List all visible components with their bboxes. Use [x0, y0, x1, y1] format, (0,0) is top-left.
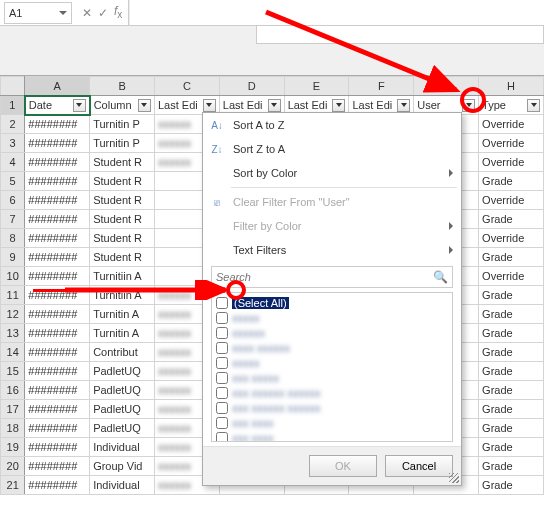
- column-header[interactable]: D: [219, 77, 284, 96]
- data-cell[interactable]: Grade: [479, 343, 544, 362]
- row-header[interactable]: 4: [1, 153, 25, 172]
- filter-dropdown-button[interactable]: [73, 99, 86, 112]
- filter-dropdown-button[interactable]: [203, 99, 216, 112]
- data-cell[interactable]: PadletUQ: [90, 362, 155, 381]
- filter-dropdown-button[interactable]: [397, 99, 410, 112]
- filter-value-item[interactable]: xxx xxxxxx xxxxxx: [214, 400, 450, 415]
- row-header[interactable]: 13: [1, 324, 25, 343]
- data-cell[interactable]: ########: [25, 191, 90, 210]
- data-cell[interactable]: Grade: [479, 381, 544, 400]
- data-cell[interactable]: Grade: [479, 362, 544, 381]
- filter-value-checkbox[interactable]: [216, 327, 228, 339]
- data-cell[interactable]: Student R: [90, 191, 155, 210]
- row-header[interactable]: 17: [1, 400, 25, 419]
- row-header[interactable]: 7: [1, 210, 25, 229]
- data-cell[interactable]: Individual: [90, 476, 155, 495]
- row-header[interactable]: 9: [1, 248, 25, 267]
- data-cell[interactable]: Grade: [479, 210, 544, 229]
- data-cell[interactable]: Grade: [479, 324, 544, 343]
- filter-value-item[interactable]: xxx xxxx: [214, 430, 450, 442]
- row-header[interactable]: 8: [1, 229, 25, 248]
- data-cell[interactable]: Grade: [479, 305, 544, 324]
- data-cell[interactable]: Student R: [90, 172, 155, 191]
- select-all-checkbox[interactable]: [216, 297, 228, 309]
- select-all-item[interactable]: (Select All): [214, 295, 450, 310]
- filter-value-item[interactable]: xxx xxxx: [214, 415, 450, 430]
- data-cell[interactable]: Grade: [479, 172, 544, 191]
- filter-value-item[interactable]: xxxxxx: [214, 325, 450, 340]
- column-header[interactable]: A: [25, 77, 90, 96]
- data-cell[interactable]: PadletUQ: [90, 381, 155, 400]
- filter-value-checkbox[interactable]: [216, 432, 228, 443]
- data-cell[interactable]: ########: [25, 172, 90, 191]
- data-cell[interactable]: Override: [479, 267, 544, 286]
- filter-value-item[interactable]: xxxxx: [214, 355, 450, 370]
- filter-value-checkbox[interactable]: [216, 417, 228, 429]
- data-cell[interactable]: Student R: [90, 248, 155, 267]
- column-header[interactable]: F: [349, 77, 414, 96]
- cancel-button[interactable]: Cancel: [385, 455, 453, 477]
- data-cell[interactable]: ########: [25, 362, 90, 381]
- data-cell[interactable]: Turnitiin A: [90, 286, 155, 305]
- data-cell[interactable]: Contribut: [90, 343, 155, 362]
- data-cell[interactable]: Override: [479, 191, 544, 210]
- data-cell[interactable]: ########: [25, 400, 90, 419]
- data-cell[interactable]: Grade: [479, 286, 544, 305]
- filter-value-item[interactable]: xxx xxxxxx xxxxxx: [214, 385, 450, 400]
- data-cell[interactable]: ########: [25, 324, 90, 343]
- row-header[interactable]: 21: [1, 476, 25, 495]
- cancel-formula-icon[interactable]: ✕: [82, 6, 92, 20]
- column-header[interactable]: E: [284, 77, 349, 96]
- sort-az-item[interactable]: A↓ Sort A to Z: [203, 113, 461, 137]
- select-all-corner[interactable]: [1, 77, 25, 96]
- column-header[interactable]: H: [479, 77, 544, 96]
- row-header[interactable]: 1: [1, 96, 25, 115]
- data-cell[interactable]: ########: [25, 305, 90, 324]
- filter-value-checkbox[interactable]: [216, 402, 228, 414]
- data-cell[interactable]: ########: [25, 267, 90, 286]
- filter-search-input[interactable]: [216, 271, 433, 283]
- data-cell[interactable]: ########: [25, 134, 90, 153]
- filter-value-item[interactable]: xxxx xxxxxx: [214, 340, 450, 355]
- row-header[interactable]: 6: [1, 191, 25, 210]
- data-cell[interactable]: ########: [25, 476, 90, 495]
- filter-value-checkbox[interactable]: [216, 387, 228, 399]
- row-header[interactable]: 15: [1, 362, 25, 381]
- filter-dropdown-button[interactable]: [527, 99, 540, 112]
- text-filters-item[interactable]: Text Filters: [203, 238, 461, 262]
- column-header[interactable]: G: [414, 77, 479, 96]
- data-cell[interactable]: ########: [25, 210, 90, 229]
- filter-dropdown-button[interactable]: [138, 99, 151, 112]
- data-cell[interactable]: ########: [25, 115, 90, 134]
- resize-grip[interactable]: [449, 473, 459, 483]
- data-cell[interactable]: Grade: [479, 400, 544, 419]
- data-cell[interactable]: Student R: [90, 153, 155, 172]
- filter-value-item[interactable]: xxx xxxxx: [214, 370, 450, 385]
- row-header[interactable]: 16: [1, 381, 25, 400]
- data-cell[interactable]: Override: [479, 115, 544, 134]
- sort-za-item[interactable]: Z↓ Sort Z to A: [203, 137, 461, 161]
- data-cell[interactable]: Group Vid: [90, 457, 155, 476]
- row-header[interactable]: 14: [1, 343, 25, 362]
- data-cell[interactable]: ########: [25, 419, 90, 438]
- data-cell[interactable]: Student R: [90, 229, 155, 248]
- data-cell[interactable]: Grade: [479, 438, 544, 457]
- data-cell[interactable]: PadletUQ: [90, 419, 155, 438]
- data-cell[interactable]: Turnitin A: [90, 305, 155, 324]
- data-cell[interactable]: Turnitin P: [90, 134, 155, 153]
- filter-dropdown-button[interactable]: [268, 99, 281, 112]
- data-cell[interactable]: Override: [479, 229, 544, 248]
- data-cell[interactable]: ########: [25, 343, 90, 362]
- filter-dropdown-button[interactable]: [462, 99, 475, 112]
- name-box[interactable]: A1: [4, 2, 72, 24]
- data-cell[interactable]: ########: [25, 381, 90, 400]
- column-header[interactable]: C: [154, 77, 219, 96]
- filter-value-checkbox[interactable]: [216, 342, 228, 354]
- ok-button[interactable]: OK: [309, 455, 377, 477]
- filter-value-checkbox[interactable]: [216, 312, 228, 324]
- data-cell[interactable]: Turnitin A: [90, 324, 155, 343]
- data-cell[interactable]: Grade: [479, 476, 544, 495]
- data-cell[interactable]: ########: [25, 248, 90, 267]
- filter-value-checkbox[interactable]: [216, 372, 228, 384]
- sort-color-item[interactable]: Sort by Color: [203, 161, 461, 185]
